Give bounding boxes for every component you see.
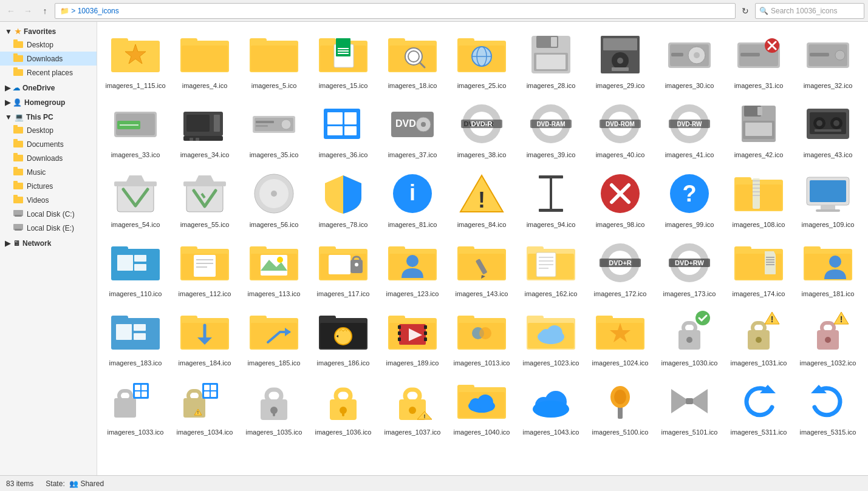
refresh-button[interactable]: ↻: [738, 4, 753, 18]
sidebar-item-recent[interactable]: Recent places: [0, 66, 97, 80]
list-item[interactable]: i imageres_81.ico: [379, 166, 446, 232]
list-item[interactable]: ! imageres_84.ico: [448, 166, 515, 232]
list-item[interactable]: DVD+RW imageres_173.ico: [656, 235, 723, 302]
list-item[interactable]: imageres_186.ico: [310, 304, 377, 371]
sidebar-item-pictures[interactable]: Pictures: [0, 179, 97, 193]
list-item[interactable]: imageres_32.ico: [795, 27, 861, 93]
list-item[interactable]: imageres_28.ico: [518, 27, 584, 93]
list-item[interactable]: ! imageres_1037.ico: [379, 373, 446, 440]
list-item[interactable]: imageres_31.ico: [725, 27, 792, 93]
svg-rect-135: [114, 181, 157, 186]
sidebar-header-onedrive[interactable]: ▶ ☁ OneDrive: [0, 82, 97, 94]
svg-rect-172: [134, 255, 146, 262]
list-item[interactable]: imageres_184.ico: [171, 304, 238, 371]
list-item[interactable]: imageres_1023.ico: [518, 304, 584, 371]
sidebar-homegroup-label: Homegroup: [24, 98, 65, 107]
svg-point-325: [477, 394, 493, 410]
list-item[interactable]: imageres_1035.ico: [241, 373, 307, 440]
list-item[interactable]: imageres_1043.ico: [518, 373, 584, 440]
list-item[interactable]: imageres_94.ico: [518, 166, 584, 232]
sidebar-header-network[interactable]: ▶ 🖥 Network: [0, 237, 97, 249]
list-item[interactable]: imageres_15.ico: [310, 27, 377, 93]
list-item[interactable]: imageres_29.ico: [587, 27, 654, 93]
list-item[interactable]: imageres_30.ico: [656, 27, 723, 93]
sidebar-item-downloads2[interactable]: Downloads: [0, 151, 97, 165]
svg-point-329: [533, 401, 569, 418]
list-item[interactable]: imageres_1030.ico: [656, 304, 723, 371]
svg-rect-237: [134, 333, 146, 340]
list-item[interactable]: imageres_35.ico: [241, 96, 307, 163]
list-item[interactable]: imageres_1036.ico: [310, 373, 377, 440]
list-item[interactable]: imageres_5101.ico: [656, 373, 723, 440]
list-item[interactable]: imageres_78.ico: [310, 166, 377, 232]
list-item[interactable]: imageres_183.ico: [102, 304, 169, 371]
list-item[interactable]: imageres_162.ico: [518, 235, 584, 302]
svg-rect-199: [457, 246, 474, 251]
breadcrumb[interactable]: 📁 > 10036_icons: [55, 3, 736, 19]
list-item[interactable]: imageres_1033.ico: [102, 373, 169, 440]
sidebar-header-thispc[interactable]: ▼ 💻 This PC: [0, 111, 97, 123]
list-item[interactable]: imageres_4.ico: [171, 27, 238, 93]
list-item[interactable]: ! imageres_1034.ico: [171, 373, 238, 440]
list-item[interactable]: imageres_189.ico: [379, 304, 446, 371]
list-item[interactable]: imageres_113.ico: [241, 235, 307, 302]
icon-label: imageres_94.ico: [527, 220, 576, 229]
list-item[interactable]: DVD+R imageres_172.ico: [587, 235, 654, 302]
list-item[interactable]: imageres_1024.ico: [587, 304, 654, 371]
list-item[interactable]: ! imageres_1031.ico: [725, 304, 792, 371]
back-button[interactable]: ←: [4, 4, 18, 18]
list-item[interactable]: imageres_117.ico: [310, 235, 377, 302]
list-item[interactable]: imageres_185.ico: [241, 304, 307, 371]
list-item[interactable]: imageres_5315.ico: [795, 373, 861, 440]
list-item[interactable]: imageres_5311.ico: [725, 373, 792, 440]
list-item[interactable]: imageres_18.ico: [379, 27, 446, 93]
list-item[interactable]: imageres_98.ico: [587, 166, 654, 232]
list-item[interactable]: imageres_56.ico: [241, 166, 307, 232]
list-item[interactable]: imageres_1_115.ico: [102, 27, 169, 93]
list-item[interactable]: imageres_34.ico: [171, 96, 238, 163]
list-item[interactable]: DVD-RAM imageres_39.ico: [518, 96, 584, 163]
list-item[interactable]: imageres_54.ico: [102, 166, 169, 232]
forward-button[interactable]: →: [21, 4, 35, 18]
list-item[interactable]: imageres_33.ico: [102, 96, 169, 163]
sidebar-item-desktop2[interactable]: Desktop: [0, 123, 97, 137]
sidebar-item-videos[interactable]: Videos: [0, 193, 97, 207]
search-box[interactable]: 🔍 Search 10036_icons: [755, 3, 864, 19]
icon-label: imageres_110.ico: [109, 290, 162, 298]
list-item[interactable]: imageres_109.ico: [795, 166, 861, 232]
sidebar-item-desktop[interactable]: Desktop: [0, 38, 97, 52]
list-item[interactable]: imageres_43.ico: [795, 96, 861, 163]
list-item[interactable]: imageres_123.ico: [379, 235, 446, 302]
sidebar-item-local-c[interactable]: Local Disk (C:): [0, 207, 97, 221]
list-item[interactable]: imageres_143.ico: [448, 235, 515, 302]
list-item[interactable]: DVD-RW imageres_41.ico: [656, 96, 723, 163]
up-button[interactable]: ↑: [38, 4, 52, 18]
item-count: 83 items: [6, 479, 33, 488]
list-item[interactable]: imageres_181.ico: [795, 235, 861, 302]
list-item[interactable]: imageres_1013.ico: [448, 304, 515, 371]
sidebar-header-homegroup[interactable]: ▶ 👤 Homegroup: [0, 97, 97, 109]
list-item[interactable]: DVD imageres_37.ico: [379, 96, 446, 163]
list-item[interactable]: DVD-ROM imageres_40.ico: [587, 96, 654, 163]
list-item[interactable]: imageres_25.ico: [448, 27, 515, 93]
svg-rect-166: [810, 180, 846, 202]
list-item[interactable]: imageres_36.ico: [310, 96, 377, 163]
sidebar-item-local-e[interactable]: Local Disk (E:): [0, 221, 97, 235]
list-item[interactable]: imageres_55.ico: [171, 166, 238, 232]
svg-rect-85: [196, 138, 199, 141]
list-item[interactable]: imageres_5100.ico: [587, 373, 654, 440]
sidebar-item-documents[interactable]: Documents: [0, 137, 97, 151]
list-item[interactable]: imageres_108.ico: [725, 166, 792, 232]
sidebar-item-music[interactable]: Music: [0, 165, 97, 179]
list-item[interactable]: DVD-R R DVD-R imageres_38.ico: [448, 96, 515, 163]
list-item[interactable]: imageres_1040.ico: [448, 373, 515, 440]
list-item[interactable]: ! imageres_1032.ico: [795, 304, 861, 371]
list-item[interactable]: imageres_112.ico: [171, 235, 238, 302]
sidebar-header-favorites[interactable]: ▼ ★ Favorites: [0, 25, 97, 38]
sidebar-item-downloads[interactable]: Downloads: [0, 52, 97, 66]
list-item[interactable]: ? imageres_99.ico: [656, 166, 723, 232]
list-item[interactable]: imageres_174.ico: [725, 235, 792, 302]
list-item[interactable]: imageres_110.ico: [102, 235, 169, 302]
list-item[interactable]: imageres_42.ico: [725, 96, 792, 163]
list-item[interactable]: imageres_5.ico: [241, 27, 307, 93]
